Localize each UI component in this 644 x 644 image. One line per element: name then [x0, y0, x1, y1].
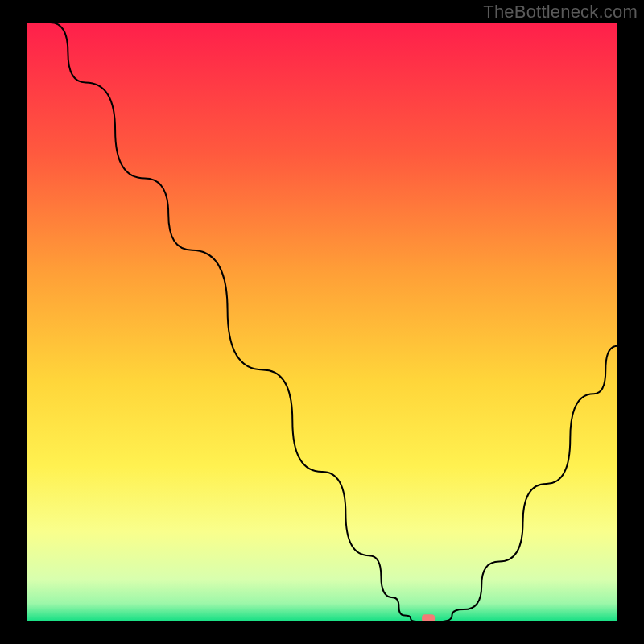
watermark-text: TheBottleneck.com: [483, 2, 638, 23]
plot-area: [27, 23, 617, 621]
chart-svg: [27, 23, 617, 621]
optimal-point-marker: [422, 614, 435, 621]
gradient-background: [27, 23, 617, 621]
chart-container: TheBottleneck.com: [0, 0, 644, 644]
